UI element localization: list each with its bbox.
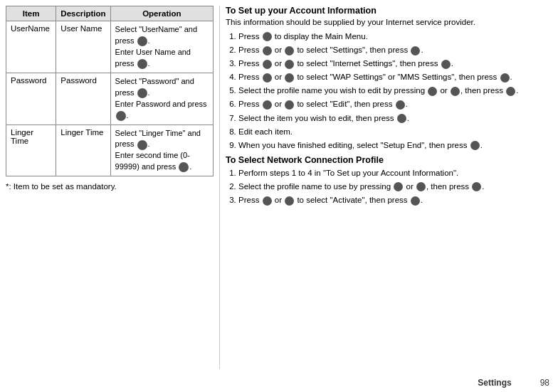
- footer-page-number: 98: [540, 378, 549, 388]
- steps-list-2: Perform steps 1 to 4 in "To Set up your …: [226, 167, 552, 206]
- button-icon: [428, 87, 437, 96]
- button-icon: [285, 60, 294, 69]
- list-item: Press or to select "Edit", then press .: [238, 98, 552, 110]
- button-icon: [451, 87, 460, 96]
- button-icon: [137, 36, 147, 46]
- list-item: Edit each item.: [238, 126, 552, 137]
- list-item: Press or to select "Activate", then pres…: [238, 194, 552, 206]
- item-lingertime: Linger Time: [6, 125, 56, 176]
- button-icon: [470, 141, 480, 150]
- button-icon: [263, 46, 272, 55]
- button-icon: [441, 60, 451, 69]
- list-item: Press or to select "Internet Settings", …: [238, 58, 552, 69]
- button-icon: [411, 196, 420, 206]
- op-username: Select "UserName" and press . Enter User…: [110, 21, 213, 73]
- button-icon: [263, 60, 272, 69]
- button-icon: [472, 182, 481, 191]
- list-item: Press to display the Main Menu.: [238, 31, 552, 42]
- table-row: UserName User Name Select "UserName" and…: [6, 21, 214, 73]
- button-icon: [285, 196, 294, 206]
- col-header-description: Description: [56, 6, 110, 21]
- settings-table: Item Description Operation UserName User…: [6, 6, 214, 176]
- button-icon: [285, 100, 294, 110]
- button-icon: [411, 46, 420, 55]
- desc-lingertime: Linger Time: [56, 125, 110, 176]
- button-icon: [116, 111, 126, 121]
- item-username: UserName: [6, 21, 56, 73]
- op-lingertime: Select "Linger Time" and press . Enter s…: [110, 125, 213, 176]
- col-header-item: Item: [6, 6, 56, 21]
- button-icon: [137, 59, 147, 69]
- button-icon: [263, 196, 272, 206]
- button-icon: [397, 114, 406, 123]
- list-item: Select the profile name to use by pressi…: [238, 181, 552, 192]
- list-item: Press or to select "WAP Settings" or "MM…: [238, 71, 552, 83]
- button-icon: [506, 87, 515, 96]
- page-footer: Settings 98: [0, 375, 558, 392]
- right-panel: To Set up your Account Information This …: [219, 6, 552, 369]
- button-icon: [396, 100, 405, 110]
- item-password: Password: [6, 73, 56, 125]
- button-icon: [416, 182, 426, 191]
- button-icon: [179, 162, 189, 172]
- section1-title: To Set up your Account Information: [226, 6, 552, 16]
- desc-password: Password: [56, 73, 110, 125]
- steps-list-1: Press to display the Main Menu. Press or…: [226, 31, 552, 151]
- section2-title: To Select Network Connection Profile: [226, 155, 552, 165]
- table-row: Password Password Select "Password" and …: [6, 73, 214, 125]
- button-icon: [500, 73, 510, 83]
- op-password: Select "Password" and press . Enter Pass…: [110, 73, 213, 125]
- list-item: Select the profile name you wish to edit…: [238, 85, 552, 96]
- list-item: When you have finished editing, select "…: [238, 139, 552, 151]
- button-icon: [263, 73, 272, 83]
- list-item: Select the item you wish to edit, then p…: [238, 112, 552, 124]
- list-item: Press or to select "Settings", then pres…: [238, 44, 552, 55]
- button-icon: [137, 88, 147, 98]
- col-header-operation: Operation: [110, 6, 213, 21]
- list-item: Perform steps 1 to 4 in "To Set up your …: [238, 167, 552, 179]
- button-icon: [285, 73, 294, 83]
- table-note: *: Item to be set as mandatory.: [6, 182, 214, 191]
- table-row: Linger Time Linger Time Select "Linger T…: [6, 125, 214, 176]
- button-icon: [263, 32, 272, 41]
- button-icon: [394, 182, 403, 191]
- button-icon: [137, 140, 147, 150]
- desc-username: User Name: [56, 21, 110, 73]
- button-icon: [285, 46, 294, 55]
- footer-settings-label: Settings: [478, 378, 511, 388]
- button-icon: [263, 100, 272, 110]
- left-panel: Item Description Operation UserName User…: [6, 6, 219, 369]
- section1-subtitle: This information should be supplied by y…: [226, 18, 552, 26]
